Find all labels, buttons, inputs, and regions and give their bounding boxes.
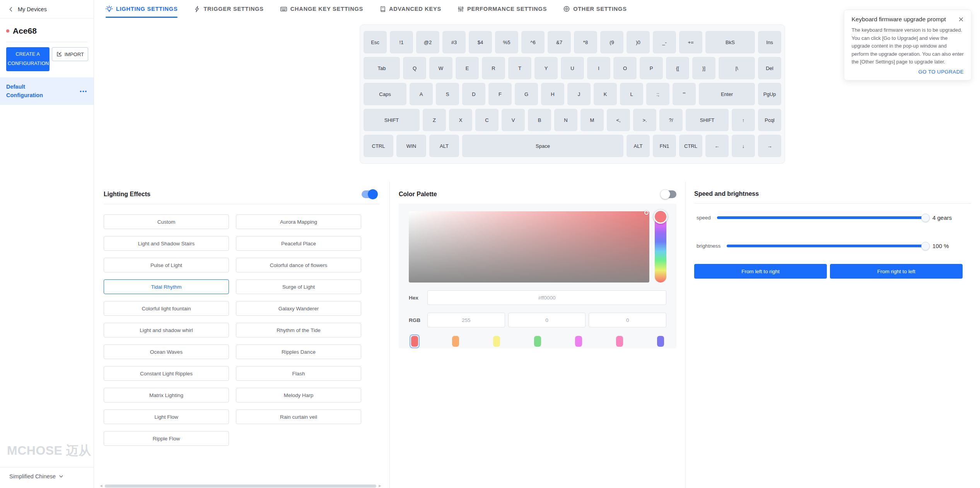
key-u[interactable]: U bbox=[561, 57, 584, 79]
key-alt[interactable]: ALT bbox=[429, 135, 459, 157]
tab-performance-settings[interactable]: PERFORMANCE SETTINGS bbox=[458, 0, 547, 18]
color-swatch-4[interactable] bbox=[574, 334, 584, 348]
key-esc[interactable]: Esc bbox=[364, 31, 387, 53]
key-m[interactable]: M bbox=[580, 109, 604, 131]
effect-light-and-shadow-whirl[interactable]: Light and shadow whirl bbox=[104, 323, 229, 337]
effect-colorful-light-fountain[interactable]: Colorful light fountain bbox=[104, 301, 229, 316]
key-bks[interactable]: BkS bbox=[705, 31, 755, 53]
rgb-b-input[interactable] bbox=[589, 313, 666, 327]
key-caps[interactable]: Caps bbox=[364, 83, 406, 105]
from-left-to-right-button[interactable]: From left to right bbox=[694, 264, 827, 279]
key-"'[interactable]: "' bbox=[673, 83, 696, 105]
effect-flash[interactable]: Flash bbox=[236, 366, 361, 381]
key-enter[interactable]: Enter bbox=[699, 83, 755, 105]
go-to-upgrade-link[interactable]: GO TO UPGRADE bbox=[852, 69, 964, 75]
tab-change-key-settings[interactable]: CHANGE KEY SETTINGS bbox=[280, 0, 363, 18]
key-)0[interactable]: )0 bbox=[627, 31, 650, 53]
key-i[interactable]: I bbox=[587, 57, 610, 79]
effect-aurora-mapping[interactable]: Aurora Mapping bbox=[236, 214, 361, 229]
effect-rain-curtain-veil[interactable]: Rain curtain veil bbox=[236, 409, 361, 424]
key-%5[interactable]: %5 bbox=[495, 31, 518, 53]
key-d[interactable]: D bbox=[462, 83, 485, 105]
key-win[interactable]: WIN bbox=[396, 135, 426, 157]
key-pcql[interactable]: Pcql bbox=[758, 109, 781, 131]
key-j[interactable]: J bbox=[567, 83, 591, 105]
effect-ripple-flow[interactable]: Ripple Flow bbox=[104, 431, 229, 446]
effect-ocean-waves[interactable]: Ocean Waves bbox=[104, 344, 229, 359]
scrollbar-thumb[interactable] bbox=[105, 485, 376, 488]
key-*8[interactable]: *8 bbox=[574, 31, 597, 53]
key-y[interactable]: Y bbox=[534, 57, 558, 79]
saturation-marker[interactable] bbox=[644, 211, 649, 215]
key-h[interactable]: H bbox=[541, 83, 564, 105]
key-shift[interactable]: SHIFT bbox=[686, 109, 729, 131]
key-fn1[interactable]: FN1 bbox=[653, 135, 676, 157]
key-ctrl[interactable]: CTRL bbox=[679, 135, 702, 157]
tab-advanced-keys[interactable]: ADVANCED KEYS bbox=[379, 0, 441, 18]
effect-custom[interactable]: Custom bbox=[104, 214, 229, 229]
key-@2[interactable]: @2 bbox=[416, 31, 439, 53]
effect-surge-of-light[interactable]: Surge of Light bbox=[236, 279, 361, 294]
color-swatch-5[interactable] bbox=[615, 334, 625, 348]
key-c[interactable]: C bbox=[475, 109, 499, 131]
key-:;[interactable]: :; bbox=[646, 83, 669, 105]
horizontal-scrollbar[interactable]: ◄ ► bbox=[99, 484, 382, 488]
key-s[interactable]: S bbox=[436, 83, 459, 105]
color-swatch-2[interactable] bbox=[492, 334, 502, 348]
scroll-right-arrow-icon[interactable]: ► bbox=[378, 484, 382, 488]
key-?/[interactable]: ?/ bbox=[659, 109, 683, 131]
effect-tidal-rhythm[interactable]: Tidal Rhythm bbox=[104, 279, 229, 294]
speed-slider-handle[interactable] bbox=[921, 214, 930, 222]
key-t[interactable]: T bbox=[508, 57, 531, 79]
language-selector[interactable]: Simplified Chinese bbox=[0, 467, 94, 488]
more-options-icon[interactable]: ••• bbox=[80, 88, 87, 94]
from-right-to-left-button[interactable]: From right to left bbox=[830, 264, 963, 279]
color-swatch-0[interactable] bbox=[410, 334, 420, 348]
key-$4[interactable]: $4 bbox=[469, 31, 492, 53]
key-z[interactable]: Z bbox=[423, 109, 446, 131]
effect-constant-light-ripples[interactable]: Constant Light Ripples bbox=[104, 366, 229, 381]
key-a[interactable]: A bbox=[410, 83, 433, 105]
effect-galaxy-wanderer[interactable]: Galaxy Wanderer bbox=[236, 301, 361, 316]
key-n[interactable]: N bbox=[554, 109, 577, 131]
effect-rhythm-of-the-tide[interactable]: Rhythm of the Tide bbox=[236, 323, 361, 337]
saturation-area[interactable] bbox=[409, 211, 649, 283]
effect-matrix-lighting[interactable]: Matrix Lighting bbox=[104, 388, 229, 402]
key-↓[interactable]: ↓ bbox=[732, 135, 755, 157]
effect-light-and-shadow-stairs[interactable]: Light and Shadow Stairs bbox=[104, 236, 229, 251]
key-↑[interactable]: ↑ bbox=[732, 109, 755, 131]
key-space[interactable]: Space bbox=[462, 135, 623, 157]
key-←[interactable]: ← bbox=[705, 135, 729, 157]
key-tab[interactable]: Tab bbox=[364, 57, 400, 79]
rgb-r-input[interactable] bbox=[427, 313, 505, 327]
key-e[interactable]: E bbox=[456, 57, 479, 79]
effect-melody-harp[interactable]: Melody Harp bbox=[236, 388, 361, 402]
key-f[interactable]: F bbox=[488, 83, 512, 105]
close-icon[interactable] bbox=[958, 17, 964, 22]
key-ins[interactable]: Ins bbox=[758, 31, 781, 53]
key-|\[interactable]: |\ bbox=[719, 57, 755, 79]
key-}][interactable]: }] bbox=[692, 57, 715, 79]
key-#3[interactable]: #3 bbox=[442, 31, 466, 53]
key-q[interactable]: Q bbox=[403, 57, 426, 79]
key-alt[interactable]: ALT bbox=[627, 135, 650, 157]
brightness-slider-handle[interactable] bbox=[921, 242, 930, 250]
key-shift[interactable]: SHIFT bbox=[364, 109, 420, 131]
key-&7[interactable]: &7 bbox=[548, 31, 571, 53]
key-p[interactable]: P bbox=[640, 57, 663, 79]
effect-light-flow[interactable]: Light Flow bbox=[104, 409, 229, 424]
key-del[interactable]: Del bbox=[758, 57, 781, 79]
key-g[interactable]: G bbox=[515, 83, 538, 105]
color-swatch-6[interactable] bbox=[656, 334, 666, 348]
key-w[interactable]: W bbox=[429, 57, 452, 79]
key-k[interactable]: K bbox=[594, 83, 617, 105]
key-!1[interactable]: !1 bbox=[390, 31, 413, 53]
key-(9[interactable]: (9 bbox=[600, 31, 623, 53]
key-{[[interactable]: {[ bbox=[666, 57, 689, 79]
effect-ripples-dance[interactable]: Ripples Dance bbox=[236, 344, 361, 359]
key-ctrl[interactable]: CTRL bbox=[364, 135, 393, 157]
key-<,[interactable]: <, bbox=[607, 109, 630, 131]
key-o[interactable]: O bbox=[613, 57, 637, 79]
config-item-default[interactable]: Default Configuration ••• bbox=[0, 77, 94, 105]
color-swatch-1[interactable] bbox=[451, 334, 461, 348]
